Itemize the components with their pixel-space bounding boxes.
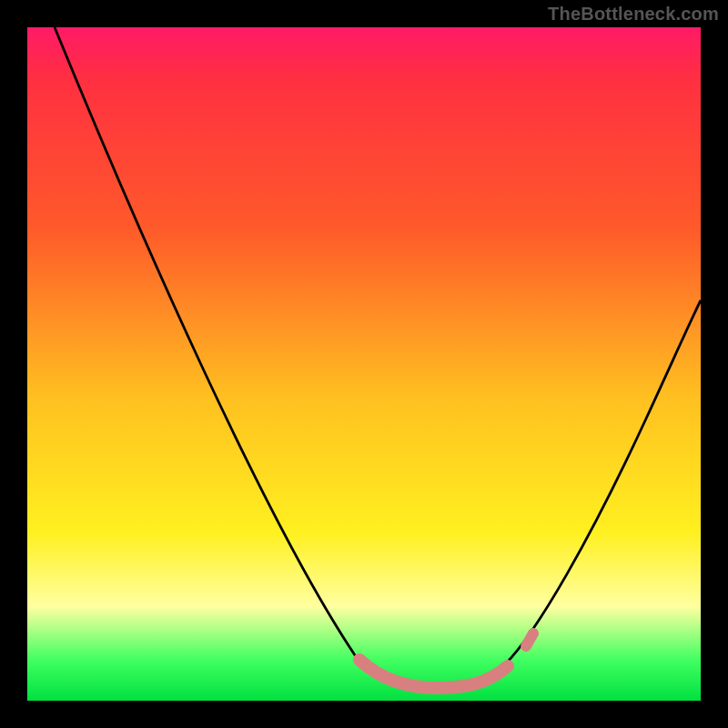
watermark-text: TheBottleneck.com xyxy=(548,4,719,25)
line-main-curve xyxy=(55,27,701,686)
line-floor-band-tick xyxy=(526,633,533,646)
plot-area xyxy=(27,27,701,701)
curve-layer xyxy=(27,27,701,701)
line-floor-band xyxy=(359,660,508,688)
chart-frame: TheBottleneck.com xyxy=(0,0,728,728)
